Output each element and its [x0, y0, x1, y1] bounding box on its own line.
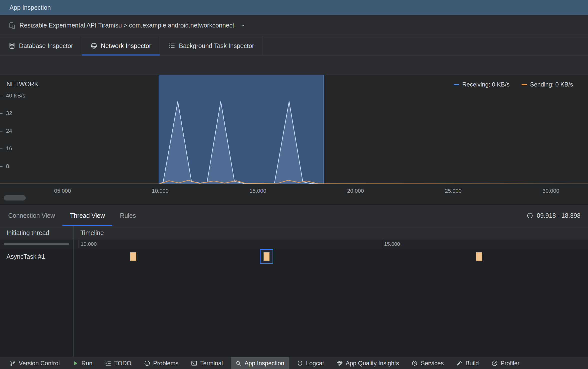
- logcat-icon: [297, 360, 303, 366]
- tool-window-titlebar: App Inspection: [0, 0, 588, 15]
- insights-icon: [336, 360, 343, 366]
- build-icon: [456, 360, 463, 366]
- view-tab-label: Connection View: [8, 212, 55, 219]
- x-axis-label: 20.000: [347, 188, 364, 194]
- chevron-down-icon[interactable]: [240, 22, 246, 29]
- network-chart-section: NETWORK Receiving: 0 KB/sSending: 0 KB/s…: [0, 75, 588, 204]
- view-tab-rules[interactable]: Rules: [112, 205, 143, 226]
- thread-table-header: Initiating thread Timeline: [0, 226, 588, 240]
- tab-label: Network Inspector: [101, 42, 151, 50]
- toolwindow-logcat[interactable]: Logcat: [297, 357, 324, 369]
- x-axis-label: 15.000: [250, 188, 266, 194]
- app-inspection-icon: [235, 360, 242, 366]
- task-list-icon: [168, 42, 175, 49]
- toolwindow-terminal[interactable]: Terminal: [191, 357, 223, 369]
- tool-window-title: App Inspection: [9, 4, 51, 11]
- todo-icon: [105, 360, 111, 366]
- network-event-block[interactable]: [264, 252, 270, 261]
- chart-series: [0, 75, 588, 184]
- column-divider[interactable]: [73, 226, 74, 357]
- toolwindow-label: App Quality Insights: [346, 360, 399, 367]
- clock-icon: [527, 212, 533, 219]
- time-range-label: 09.918 - 18.398: [537, 212, 581, 219]
- x-axis-label: 10.000: [152, 188, 169, 194]
- network-event-block[interactable]: [476, 252, 482, 261]
- thread-column-scrollbar[interactable]: [4, 243, 69, 245]
- toolwindow-label: Services: [421, 360, 444, 367]
- timeline-ruler: 10.00015.000: [0, 240, 588, 248]
- branch-icon: [9, 360, 16, 366]
- process-selector[interactable]: Resizable Experimental API Tiramisu > co…: [0, 15, 588, 36]
- column-timeline: Timeline: [73, 229, 104, 236]
- device-icon: [8, 22, 15, 29]
- tab-label: Database Inspector: [19, 42, 73, 50]
- toolwindow-run[interactable]: Run: [72, 357, 92, 369]
- toolwindow-label: App Inspection: [245, 360, 284, 367]
- view-tabs: Connection ViewThread ViewRules: [0, 205, 143, 226]
- toolwindow-services[interactable]: Services: [411, 357, 444, 369]
- database-icon: [8, 42, 15, 49]
- terminal-icon: [191, 360, 197, 366]
- toolwindow-label: Build: [465, 360, 479, 367]
- toolwindow-app-quality-insights[interactable]: App Quality Insights: [336, 357, 399, 369]
- toolwindow-label: Profiler: [501, 360, 520, 367]
- view-tab-label: Rules: [120, 212, 136, 219]
- ruler-gridline: [382, 240, 382, 248]
- profiler-icon: [491, 360, 498, 366]
- toolwindow-build[interactable]: Build: [456, 357, 479, 369]
- view-tab-label: Thread View: [70, 212, 105, 219]
- view-tab-thread-view[interactable]: Thread View: [62, 205, 112, 226]
- tab-database-inspector[interactable]: Database Inspector: [0, 36, 82, 55]
- services-icon: [411, 360, 418, 366]
- tab-label: Background Task Inspector: [179, 42, 254, 50]
- toolwindow-app-inspection[interactable]: App Inspection: [231, 357, 289, 369]
- network-view-toolbar: Connection ViewThread ViewRules 09.918 -…: [0, 204, 588, 226]
- chart-horizontal-scrollbar[interactable]: [4, 195, 26, 200]
- inspector-toolbar: [0, 56, 588, 75]
- toolwindow-label: Logcat: [306, 360, 324, 367]
- toolwindow-label: Terminal: [200, 360, 223, 367]
- toolwindow-profiler[interactable]: Profiler: [491, 357, 520, 369]
- chart-time-axis: 05.00010.00015.00020.00025.00030.000: [0, 184, 588, 204]
- network-event-block[interactable]: [130, 252, 136, 261]
- problems-icon: [144, 360, 150, 366]
- network-usage-chart[interactable]: NETWORK Receiving: 0 KB/sSending: 0 KB/s…: [0, 75, 588, 184]
- x-axis-label: 05.000: [54, 188, 71, 194]
- globe-icon: [90, 42, 97, 49]
- thread-table-body: AsyncTask #1: [0, 248, 588, 357]
- tab-background-task-inspector[interactable]: Background Task Inspector: [160, 36, 263, 55]
- selected-time-range: 09.918 - 18.398: [527, 205, 588, 226]
- toolwindow-label: Version Control: [19, 360, 60, 367]
- x-axis-label: 25.000: [445, 188, 462, 194]
- ruler-gridline: [78, 240, 79, 248]
- tool-window-bar: Version ControlRunTODOProblemsTerminalAp…: [0, 357, 588, 369]
- tab-network-inspector[interactable]: Network Inspector: [82, 36, 160, 55]
- toolwindow-version-control[interactable]: Version Control: [9, 357, 60, 369]
- toolwindow-label: Run: [81, 360, 92, 367]
- toolwindow-problems[interactable]: Problems: [144, 357, 178, 369]
- toolwindow-label: TODO: [114, 360, 131, 367]
- run-icon: [72, 360, 79, 366]
- column-initiating-thread: Initiating thread: [0, 229, 73, 236]
- view-tab-connection-view[interactable]: Connection View: [1, 205, 62, 226]
- toolwindow-todo[interactable]: TODO: [105, 357, 131, 369]
- thread-row-label[interactable]: AsyncTask #1: [6, 253, 45, 260]
- x-axis-label: 30.000: [543, 188, 559, 194]
- inspector-tabs: Database InspectorNetwork InspectorBackg…: [0, 36, 588, 56]
- ruler-label: 10.000: [81, 241, 97, 247]
- process-selector-label: Resizable Experimental API Tiramisu > co…: [19, 22, 234, 29]
- ruler-label: 15.000: [384, 241, 400, 247]
- toolwindow-label: Problems: [153, 360, 178, 367]
